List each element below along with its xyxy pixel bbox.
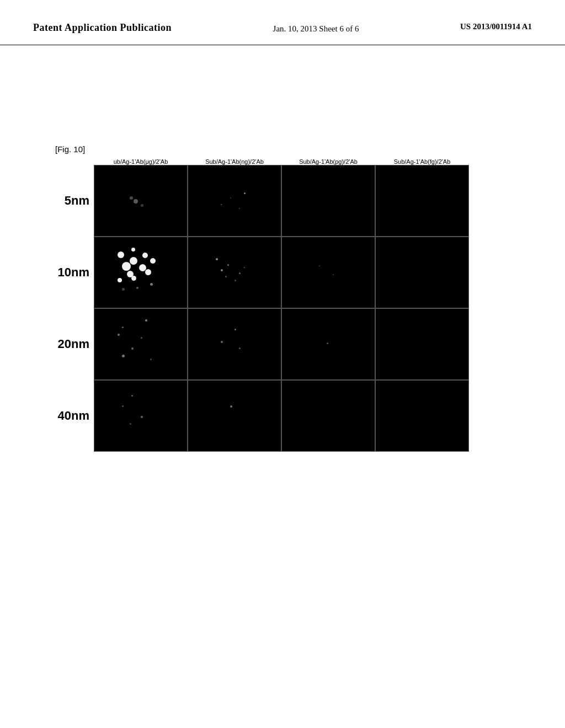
- cell-5nm-col1: [188, 165, 281, 237]
- row-label-10nm: 10nm: [55, 265, 94, 280]
- cell-20nm-col2: [281, 308, 375, 380]
- grid-row-20nm: 20nm: [55, 308, 469, 380]
- patent-number: US 2013/0011914 A1: [460, 22, 532, 31]
- cell-40nm-col1: [188, 380, 281, 452]
- date-sheet-info: Jan. 10, 2013 Sheet 6 of 6: [273, 24, 359, 34]
- col-header-3: Sub/Ag-1'Ab(fg)/2'Ab: [375, 158, 469, 165]
- cell-5nm-col0: [94, 165, 188, 237]
- grid-row-5nm: 5nm: [55, 165, 469, 237]
- cell-20nm-col0: [94, 308, 188, 380]
- header-left-section: Patent Application Publication: [33, 22, 172, 34]
- cell-40nm-col0: [94, 380, 188, 452]
- page-header: Patent Application Publication Jan. 10, …: [0, 0, 565, 45]
- row-label-40nm: 40nm: [55, 409, 94, 423]
- figure-container: [Fig. 10] ub/Ag-1'Ab(μg)/2'Ab Sub/Ag-1'A…: [0, 45, 565, 452]
- row-cells-20nm: [94, 308, 469, 380]
- cell-10nm-col3: [375, 237, 469, 308]
- row-label-20nm: 20nm: [55, 337, 94, 351]
- col-header-1: Sub/Ag-1'Ab(ng)/2'Ab: [188, 158, 281, 165]
- column-headers-row: ub/Ag-1'Ab(μg)/2'Ab Sub/Ag-1'Ab(ng)/2'Ab…: [94, 158, 469, 165]
- cell-40nm-col2: [281, 380, 375, 452]
- row-cells-40nm: [94, 380, 469, 452]
- grid-row-10nm: 10nm: [55, 237, 469, 308]
- cell-10nm-col2: [281, 237, 375, 308]
- cell-20nm-col3: [375, 308, 469, 380]
- col-header-2: Sub/Ag-1'Ab(pg)/2'Ab: [281, 158, 375, 165]
- row-cells-10nm: [94, 237, 469, 308]
- row-label-5nm: 5nm: [55, 194, 94, 208]
- cell-20nm-col1: [188, 308, 281, 380]
- cell-5nm-col2: [281, 165, 375, 237]
- cell-5nm-col3: [375, 165, 469, 237]
- publication-title: Patent Application Publication: [33, 22, 172, 34]
- cell-10nm-col1: [188, 237, 281, 308]
- cell-10nm-col0: [94, 237, 188, 308]
- row-cells-5nm: [94, 165, 469, 237]
- col-header-0: ub/Ag-1'Ab(μg)/2'Ab: [94, 158, 188, 165]
- grid-row-40nm: 40nm: [55, 380, 469, 452]
- figure-label: [Fig. 10]: [55, 144, 85, 154]
- cell-40nm-col3: [375, 380, 469, 452]
- figure-grid: ub/Ag-1'Ab(μg)/2'Ab Sub/Ag-1'Ab(ng)/2'Ab…: [55, 158, 469, 452]
